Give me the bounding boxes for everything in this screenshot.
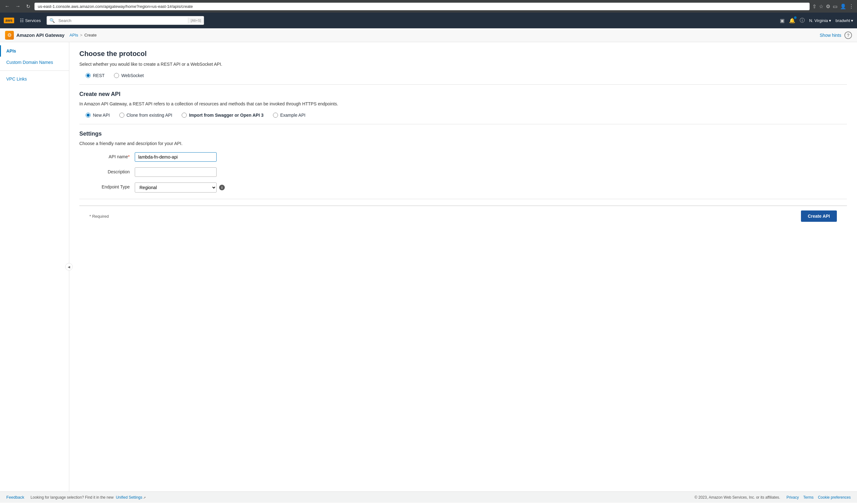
settings-description: Choose a friendly name and description f… bbox=[79, 141, 847, 146]
search-container: 🔍 [Alt+S] bbox=[47, 16, 204, 25]
divider-1 bbox=[79, 84, 847, 85]
footer-links: Privacy Terms Cookie preferences bbox=[787, 495, 851, 500]
clone-api-label[interactable]: Clone from existing API bbox=[119, 112, 172, 118]
browser-icons: ⇧ ☆ ⚙ ▭ 👤 ⋮ bbox=[812, 3, 854, 10]
import-swagger-text: Import from Swagger or Open API 3 bbox=[189, 112, 264, 118]
notification-badge bbox=[794, 16, 796, 19]
region-selector[interactable]: N. Virginia ▾ bbox=[809, 18, 831, 23]
breadcrumb-apis-link[interactable]: APIs bbox=[70, 33, 78, 37]
search-shortcut: [Alt+S] bbox=[188, 17, 204, 23]
breadcrumb-current: Create bbox=[84, 33, 97, 37]
endpoint-type-label: Endpoint Type bbox=[79, 183, 130, 189]
browser-bar: ← → ↻ us-east-1.console.aws.amazon.com/a… bbox=[0, 0, 857, 13]
breadcrumb-bar: ⚙ Amazon API Gateway APIs > Create Show … bbox=[0, 28, 857, 42]
required-note: * Required bbox=[89, 214, 108, 219]
new-api-radio[interactable] bbox=[86, 112, 91, 118]
settings-title: Settings bbox=[79, 131, 847, 137]
search-input[interactable] bbox=[57, 17, 188, 24]
unified-settings-link[interactable]: Unified Settings bbox=[116, 495, 142, 500]
profile-icon[interactable]: 👤 bbox=[840, 3, 846, 10]
services-menu-button[interactable]: ☷ Services bbox=[17, 17, 44, 24]
clone-api-radio[interactable] bbox=[119, 112, 124, 118]
user-menu[interactable]: bradwht ▾ bbox=[836, 18, 853, 23]
sidebar-item-vpc-links[interactable]: VPC Links bbox=[0, 73, 69, 85]
service-icon: ⚙ bbox=[5, 31, 14, 40]
divider-2 bbox=[79, 124, 847, 124]
new-api-text: New API bbox=[93, 112, 110, 118]
reload-button[interactable]: ↻ bbox=[24, 3, 32, 10]
websocket-radio-label[interactable]: WebSocket bbox=[114, 73, 144, 78]
terminal-icon[interactable]: ▣ bbox=[780, 18, 785, 23]
extension-icon[interactable]: ⚙ bbox=[826, 3, 830, 10]
region-name: N. Virginia bbox=[809, 18, 828, 23]
menu-icon[interactable]: ⋮ bbox=[849, 3, 854, 10]
window-icon[interactable]: ▭ bbox=[833, 3, 838, 10]
sidebar-divider bbox=[0, 70, 69, 71]
new-api-label[interactable]: New API bbox=[86, 112, 110, 118]
sidebar-collapse-button[interactable]: ◀ bbox=[65, 263, 73, 271]
show-hints-button[interactable]: Show hints bbox=[820, 33, 841, 38]
sidebar-item-apis[interactable]: APIs bbox=[0, 45, 69, 57]
endpoint-type-select[interactable]: Regional Edge Private bbox=[135, 183, 217, 193]
terms-link[interactable]: Terms bbox=[803, 495, 813, 500]
rest-radio-label[interactable]: REST bbox=[86, 73, 104, 78]
description-row: Description bbox=[79, 167, 847, 177]
example-api-label[interactable]: Example API bbox=[273, 112, 305, 118]
cookie-preferences-link[interactable]: Cookie preferences bbox=[818, 495, 851, 500]
example-api-text: Example API bbox=[280, 112, 305, 118]
footer-language-hint: Looking for language selection? Find it … bbox=[31, 495, 688, 500]
region-arrow: ▾ bbox=[829, 18, 831, 23]
external-link-icon: ➚ bbox=[143, 496, 146, 499]
username: bradwht bbox=[836, 18, 850, 23]
star-icon[interactable]: ☆ bbox=[819, 3, 823, 10]
aws-logo[interactable]: aws bbox=[4, 18, 14, 23]
user-arrow: ▾ bbox=[851, 18, 853, 23]
breadcrumb-right: Show hints ? bbox=[820, 32, 852, 39]
description-input[interactable] bbox=[135, 167, 217, 177]
main-layout: APIs Custom Domain Names VPC Links ◀ Cho… bbox=[0, 42, 857, 491]
create-api-description: In Amazon API Gateway, a REST API refers… bbox=[79, 101, 847, 106]
footer-copyright: © 2023, Amazon Web Services, Inc. or its… bbox=[694, 495, 780, 500]
rest-radio[interactable] bbox=[86, 73, 91, 78]
service-name: Amazon API Gateway bbox=[16, 32, 65, 38]
description-label: Description bbox=[79, 167, 130, 174]
required-star: * bbox=[128, 154, 130, 159]
aws-logo-mark: aws bbox=[4, 18, 14, 23]
url-bar[interactable]: us-east-1.console.aws.amazon.com/apigate… bbox=[34, 2, 810, 11]
back-button[interactable]: ← bbox=[3, 3, 11, 10]
search-icon: 🔍 bbox=[47, 16, 57, 24]
share-icon[interactable]: ⇧ bbox=[812, 3, 817, 10]
api-type-radio-group: New API Clone from existing API Import f… bbox=[79, 112, 847, 118]
services-label: Services bbox=[25, 18, 41, 23]
protocol-radio-group: REST WebSocket bbox=[79, 73, 847, 78]
forward-button[interactable]: → bbox=[14, 3, 22, 10]
endpoint-type-row: Endpoint Type Regional Edge Private i bbox=[79, 183, 847, 193]
aws-topnav: aws ☷ Services 🔍 [Alt+S] ▣ 🔔 ⓘ N. Virgin… bbox=[0, 13, 857, 28]
breadcrumb-separator: > bbox=[80, 33, 83, 37]
page-footer: Feedback Looking for language selection?… bbox=[0, 491, 857, 503]
import-swagger-label[interactable]: Import from Swagger or Open API 3 bbox=[182, 112, 264, 118]
rest-label: REST bbox=[93, 73, 104, 78]
feedback-link[interactable]: Feedback bbox=[6, 495, 24, 500]
create-api-button[interactable]: Create API bbox=[801, 210, 837, 222]
breadcrumb: APIs > Create bbox=[70, 33, 97, 37]
protocol-title: Choose the protocol bbox=[79, 50, 847, 58]
nav-right-icons: ▣ 🔔 ⓘ N. Virginia ▾ bradwht ▾ bbox=[780, 17, 853, 24]
required-footer-bar: * Required Create API bbox=[79, 205, 847, 226]
sidebar: APIs Custom Domain Names VPC Links ◀ bbox=[0, 42, 69, 491]
help-circle-icon[interactable]: ? bbox=[844, 32, 852, 39]
bell-icon[interactable]: 🔔 bbox=[789, 18, 795, 23]
endpoint-info-icon[interactable]: i bbox=[219, 185, 225, 190]
websocket-radio[interactable] bbox=[114, 73, 119, 78]
example-api-radio[interactable] bbox=[273, 112, 278, 118]
import-swagger-radio[interactable] bbox=[182, 112, 187, 118]
api-name-label: API name* bbox=[79, 152, 130, 159]
content-area: Choose the protocol Select whether you w… bbox=[69, 42, 857, 491]
sidebar-item-custom-domain-names[interactable]: Custom Domain Names bbox=[0, 57, 69, 68]
settings-form: API name* Description Endpoint Type Regi… bbox=[79, 152, 847, 193]
api-name-input[interactable] bbox=[135, 152, 217, 162]
help-icon[interactable]: ⓘ bbox=[800, 17, 805, 24]
grid-icon: ☷ bbox=[20, 18, 24, 23]
protocol-description: Select whether you would like to create … bbox=[79, 62, 847, 67]
privacy-link[interactable]: Privacy bbox=[787, 495, 799, 500]
